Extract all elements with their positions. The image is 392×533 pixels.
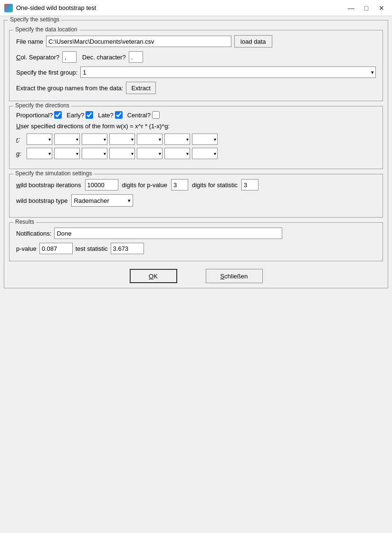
proportional-text: Proportional?	[16, 112, 53, 119]
simulation-row-1: wild bootstrap iterations digits for p-v…	[16, 179, 376, 190]
proportional-label: Proportional?	[16, 111, 62, 119]
r-select-5[interactable]	[137, 133, 163, 145]
g-select-3[interactable]	[82, 148, 107, 159]
test-statistic-input[interactable]	[111, 243, 144, 254]
g-label: g:	[16, 150, 25, 157]
dec-char-label: Dec. character?	[82, 54, 126, 61]
r-select-6-wrapper	[164, 133, 190, 145]
notifications-label: Notifications:	[16, 230, 51, 237]
bootstrap-type-select[interactable]: Rademacher Mammen Webb	[71, 194, 133, 207]
r-select-1[interactable]	[27, 133, 52, 145]
late-checkbox[interactable]	[115, 111, 123, 119]
first-group-select[interactable]: 1	[80, 67, 376, 78]
g-select-2[interactable]	[54, 148, 80, 159]
main-content: Specify the settings Specify the data lo…	[0, 16, 392, 292]
g-select-2-wrapper	[54, 148, 80, 159]
file-name-input[interactable]	[46, 36, 231, 47]
early-checkbox[interactable]	[86, 111, 93, 119]
app-icon	[4, 3, 13, 13]
first-group-select-wrapper: 1	[80, 67, 376, 78]
central-checkbox[interactable]	[152, 111, 160, 119]
r-select-6[interactable]	[164, 133, 190, 145]
statistic-digits-input[interactable]	[241, 179, 258, 190]
g-select-1-wrapper	[27, 148, 52, 159]
r-select-4[interactable]	[109, 133, 135, 145]
bootstrap-type-label: wild bootstrap type	[16, 197, 67, 204]
pvalue-label: p-value	[16, 245, 37, 252]
g-select-5-wrapper	[137, 148, 163, 159]
ok-button[interactable]: OK	[130, 269, 177, 283]
g-select-1[interactable]	[27, 148, 52, 159]
col-sep-label: Col. Separator?	[16, 54, 59, 61]
schliessen-label: Schließen	[220, 273, 248, 280]
extract-button[interactable]: Extract	[126, 82, 155, 94]
r-select-5-wrapper	[137, 133, 163, 145]
statistic-digits-label: digits for statistic	[192, 181, 238, 189]
close-button[interactable]: ✕	[375, 3, 388, 13]
r-select-1-wrapper	[27, 133, 52, 145]
pvalue-digits-input[interactable]	[171, 179, 188, 190]
iterations-label: wild bootstrap iterations	[16, 181, 81, 189]
central-text: Central?	[127, 112, 151, 119]
g-select-6[interactable]	[164, 148, 190, 159]
file-name-row: File name load data	[16, 35, 376, 48]
pvalue-digits-label: digits for p-value	[122, 181, 167, 189]
data-location-label: Specify the data location	[13, 26, 79, 33]
g-select-7-wrapper	[192, 148, 218, 159]
test-statistic-label: test statistic	[76, 245, 108, 252]
load-data-button[interactable]: load data	[234, 35, 272, 48]
col-sep-input[interactable]	[62, 51, 76, 63]
directions-section: Specify the directions Proportional? Ear…	[9, 106, 383, 169]
r-select-2[interactable]	[54, 133, 80, 145]
window-controls: — □ ✕	[344, 3, 388, 13]
r-select-4-wrapper	[109, 133, 135, 145]
g-row: g:	[16, 148, 376, 159]
iterations-input[interactable]	[85, 179, 118, 190]
r-select-7-wrapper	[192, 133, 218, 145]
simulation-row-2: wild bootstrap type Rademacher Mammen We…	[16, 194, 376, 207]
first-group-label: Specify the first group:	[16, 69, 77, 76]
late-text: Late?	[98, 112, 114, 119]
directions-label: Specify the directions	[13, 102, 71, 109]
proportional-checkbox[interactable]	[54, 111, 62, 119]
early-label: Early?	[67, 111, 93, 119]
g-select-4[interactable]	[109, 148, 135, 159]
user-spec-row: User specified directions of the form w(…	[16, 123, 376, 130]
outer-group: Specify the settings Specify the data lo…	[4, 20, 388, 288]
title-bar: One-sided wild bootstrap test — □ ✕	[0, 0, 392, 16]
r-select-2-wrapper	[54, 133, 80, 145]
r-label: r:	[16, 136, 25, 143]
results-section: Results Notifications: p-value test stat…	[9, 222, 383, 261]
r-row: r:	[16, 133, 376, 145]
g-select-7[interactable]	[192, 148, 218, 159]
extract-row: Extract the group names from the data: E…	[16, 82, 376, 94]
ok-label: OK	[149, 273, 158, 280]
col-sep-row: Col. Separator? Dec. character?	[16, 51, 376, 63]
early-text: Early?	[67, 112, 84, 119]
first-group-row: Specify the first group: 1	[16, 67, 376, 78]
pvalue-input[interactable]	[39, 243, 73, 254]
extract-label: Extract the group names from the data:	[16, 85, 123, 92]
user-spec-label: User specified directions of the form w(…	[16, 123, 170, 130]
late-label: Late?	[98, 111, 123, 119]
window-title: One-sided wild bootstrap test	[16, 4, 344, 11]
central-label: Central?	[127, 111, 160, 119]
maximize-button[interactable]: □	[360, 3, 373, 13]
dec-char-input[interactable]	[129, 51, 143, 63]
results-section-label: Results	[13, 219, 36, 225]
checkboxes-row: Proportional? Early? Late? Central?	[16, 111, 376, 119]
notifications-input[interactable]	[54, 228, 282, 239]
r-select-3-wrapper	[82, 133, 107, 145]
g-select-3-wrapper	[82, 148, 107, 159]
footer-row: OK Schließen	[9, 269, 383, 283]
simulation-section: Specify the simulation settings wild boo…	[9, 174, 383, 218]
r-select-3[interactable]	[82, 133, 107, 145]
g-select-6-wrapper	[164, 148, 190, 159]
g-select-5[interactable]	[137, 148, 163, 159]
notifications-row: Notifications:	[16, 228, 376, 239]
minimize-button[interactable]: —	[344, 3, 358, 13]
simulation-label: Specify the simulation settings	[13, 170, 94, 177]
schliessen-button[interactable]: Schließen	[206, 269, 263, 283]
file-name-label: File name	[16, 38, 43, 45]
r-select-7[interactable]	[192, 133, 218, 145]
